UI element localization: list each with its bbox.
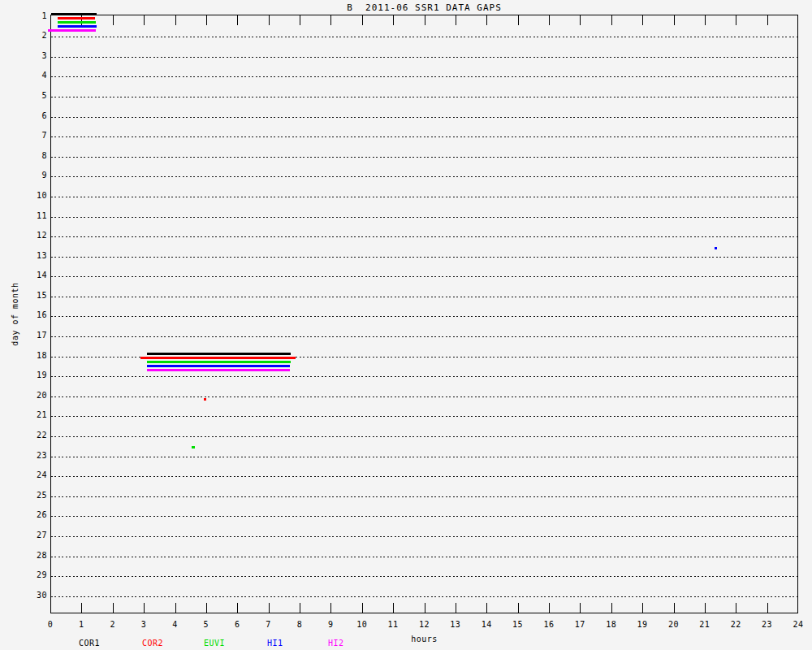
- hour-label-7: 7: [256, 621, 281, 629]
- day-label-18: 18: [23, 352, 47, 360]
- hour-tick-top-15: [518, 15, 519, 25]
- hour-tick-bottom-1: [81, 603, 82, 613]
- day-label-1: 1: [23, 12, 47, 20]
- hour-label-2: 2: [100, 621, 125, 629]
- day-label-5: 5: [23, 92, 47, 100]
- day-label-14: 14: [23, 271, 47, 280]
- hour-tick-bottom-11: [393, 603, 394, 613]
- gap-bar-hi1: [58, 25, 97, 28]
- hour-tick-bottom-20: [674, 603, 675, 613]
- day-label-20: 20: [23, 392, 47, 400]
- hour-tick-bottom-18: [611, 603, 612, 613]
- hour-label-20: 20: [661, 621, 686, 629]
- day-label-12: 12: [23, 232, 47, 240]
- gridline-day-7: [51, 136, 797, 137]
- legend-item-cor1: COR1: [79, 639, 100, 648]
- hour-label-11: 11: [381, 621, 406, 629]
- legend-item-hi1: HI1: [267, 639, 283, 648]
- gridline-day-5: [51, 97, 797, 98]
- hour-tick-top-6: [237, 15, 238, 25]
- day-label-8: 8: [23, 152, 47, 160]
- hour-tick-bottom-13: [456, 603, 456, 613]
- gridline-day-6: [51, 117, 797, 118]
- hour-tick-top-20: [674, 15, 675, 25]
- day-label-26: 26: [23, 511, 47, 519]
- hour-label-15: 15: [505, 621, 530, 629]
- hour-tick-bottom-9: [330, 603, 331, 613]
- hour-tick-bottom-2: [113, 603, 114, 613]
- gridline-day-12: [51, 236, 797, 237]
- hour-label-21: 21: [692, 621, 717, 629]
- gridline-day-29: [51, 576, 797, 577]
- hour-tick-bottom-8: [300, 603, 300, 613]
- gap-bar-hi2: [48, 29, 96, 32]
- day-label-19: 19: [23, 371, 47, 379]
- day-label-7: 7: [23, 132, 47, 140]
- day-label-30: 30: [23, 592, 47, 600]
- gridline-day-3: [51, 57, 797, 58]
- gap-bar-euvi: [192, 446, 196, 448]
- hour-label-14: 14: [474, 621, 499, 629]
- gridline-day-26: [51, 516, 797, 517]
- hour-tick-bottom-6: [237, 603, 238, 613]
- hour-tick-bottom-17: [580, 603, 581, 613]
- gridline-day-15: [51, 297, 797, 297]
- gap-bar-cor2: [140, 357, 296, 359]
- gridline-day-10: [51, 197, 797, 197]
- hour-tick-bottom-7: [269, 603, 270, 613]
- hour-tick-bottom-15: [518, 603, 519, 613]
- day-label-6: 6: [23, 112, 47, 120]
- hour-label-8: 8: [287, 621, 313, 629]
- gridline-day-30: [51, 596, 797, 597]
- hour-tick-top-5: [206, 15, 207, 25]
- gap-bar-cor1: [147, 353, 291, 355]
- hour-tick-top-4: [175, 15, 176, 25]
- hour-label-17: 17: [568, 621, 593, 629]
- hour-label-24: 24: [786, 621, 811, 629]
- day-label-25: 25: [23, 492, 47, 500]
- day-label-21: 21: [23, 411, 47, 419]
- day-label-17: 17: [23, 332, 47, 340]
- gap-bar-cor1: [51, 13, 97, 15]
- day-label-11: 11: [23, 212, 47, 220]
- gridline-day-4: [51, 76, 797, 77]
- day-label-4: 4: [23, 72, 47, 80]
- gridline-day-17: [51, 336, 797, 337]
- legend: COR1 COR2 EUVI HI1 HI2: [0, 639, 812, 648]
- day-label-29: 29: [23, 571, 47, 579]
- gridline-day-11: [51, 217, 797, 218]
- data-gaps-chart: B 2011-06 SSR1 DATA GAPS day of month 12…: [0, 0, 812, 650]
- hour-tick-bottom-16: [549, 603, 550, 613]
- hour-tick-bottom-14: [486, 603, 487, 613]
- chart-title: B 2011-06 SSR1 DATA GAPS: [50, 2, 798, 13]
- hour-tick-bottom-4: [175, 603, 176, 613]
- day-label-23: 23: [23, 452, 47, 460]
- gridline-day-28: [51, 557, 797, 557]
- hour-tick-top-19: [642, 15, 643, 25]
- day-label-3: 3: [23, 52, 47, 60]
- hour-label-5: 5: [193, 621, 218, 629]
- hour-label-19: 19: [630, 621, 655, 629]
- gridline-day-20: [51, 396, 797, 397]
- hour-tick-top-8: [300, 15, 300, 25]
- gap-bar-hi1: [147, 365, 290, 367]
- hour-label-6: 6: [225, 621, 250, 629]
- day-label-22: 22: [23, 431, 47, 440]
- day-label-16: 16: [23, 311, 47, 319]
- hour-tick-bottom-5: [206, 603, 207, 613]
- hour-label-10: 10: [349, 621, 374, 629]
- day-label-13: 13: [23, 252, 47, 260]
- hour-tick-top-21: [705, 15, 706, 25]
- gridline-day-24: [51, 476, 797, 477]
- day-label-9: 9: [23, 171, 47, 180]
- gridline-day-14: [51, 276, 797, 277]
- hour-tick-top-12: [425, 15, 425, 25]
- gridline-day-21: [51, 416, 797, 417]
- hour-tick-top-3: [144, 15, 145, 25]
- gridline-day-23: [51, 457, 797, 457]
- hour-label-3: 3: [132, 621, 157, 629]
- hour-label-16: 16: [537, 621, 562, 629]
- hour-tick-top-14: [486, 15, 487, 25]
- hour-tick-bottom-21: [705, 603, 706, 613]
- hour-label-12: 12: [412, 621, 437, 629]
